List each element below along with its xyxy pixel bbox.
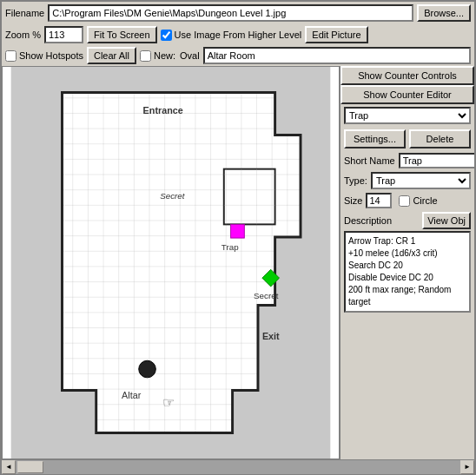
clear-all-button[interactable]: Clear All bbox=[87, 47, 136, 64]
scroll-track[interactable] bbox=[16, 460, 460, 474]
use-image-checkbox[interactable] bbox=[161, 30, 172, 41]
main-window: Filename Browse... Zoom % Fit To Screen … bbox=[0, 0, 476, 475]
scroll-thumb[interactable] bbox=[17, 461, 43, 473]
right-arrow-icon: ► bbox=[464, 463, 471, 471]
edit-picture-button[interactable]: Edit Picture bbox=[305, 26, 367, 43]
zoom-row: Zoom % Fit To Screen Use Image From High… bbox=[2, 24, 474, 45]
view-obj-button[interactable]: View Obj bbox=[422, 212, 471, 229]
oval-label: Oval bbox=[180, 50, 200, 61]
settings-delete-row: Settings... Delete bbox=[340, 127, 474, 151]
new-oval-label[interactable]: New: Oval bbox=[140, 50, 200, 62]
description-label: Description bbox=[344, 215, 392, 226]
filename-input[interactable] bbox=[48, 4, 413, 22]
size-input[interactable] bbox=[366, 193, 392, 208]
use-image-label[interactable]: Use Image From Higher Level bbox=[161, 30, 302, 41]
short-name-row: Short Name bbox=[340, 151, 474, 170]
show-counter-editor-button[interactable]: Show Counter Editor bbox=[340, 85, 474, 104]
scroll-right-button[interactable]: ► bbox=[460, 460, 474, 474]
right-panel: Show Counter Controls Show Counter Edito… bbox=[340, 66, 474, 459]
controls-row: Show Hotspots Clear All New: Oval bbox=[2, 45, 474, 66]
description-text: Arrow Trap: CR 1 +10 melee (1d6/x3 crit)… bbox=[344, 231, 471, 313]
show-counter-controls-button[interactable]: Show Counter Controls bbox=[340, 66, 474, 85]
map-svg: Entrance Secret Trap Secret Exit bbox=[3, 67, 339, 459]
type-label: Type: bbox=[344, 175, 367, 186]
svg-text:Altar: Altar bbox=[122, 390, 142, 400]
type-dropdown[interactable]: Trap bbox=[371, 172, 471, 189]
entrance-text: Entrance bbox=[143, 105, 183, 115]
short-name-input[interactable] bbox=[399, 153, 474, 168]
settings-button[interactable]: Settings... bbox=[344, 129, 406, 148]
room-name-input[interactable] bbox=[203, 47, 471, 64]
svg-text:Exit: Exit bbox=[262, 331, 280, 341]
circle-checkbox[interactable] bbox=[399, 195, 410, 207]
svg-text:Secret: Secret bbox=[254, 291, 279, 300]
filename-label: Filename bbox=[5, 8, 44, 18]
fit-to-screen-button[interactable]: Fit To Screen bbox=[87, 26, 157, 43]
zoom-input[interactable] bbox=[44, 26, 83, 43]
left-arrow-icon: ◄ bbox=[5, 463, 12, 471]
scroll-left-button[interactable]: ◄ bbox=[2, 460, 16, 474]
filename-row: Filename Browse... bbox=[2, 2, 474, 24]
svg-text:☞: ☞ bbox=[162, 395, 175, 410]
show-hotspots-checkbox[interactable] bbox=[5, 50, 17, 62]
bottom-scrollbar: ◄ ► bbox=[2, 459, 474, 473]
type-row: Type: Trap bbox=[340, 170, 474, 191]
zoom-label: Zoom % bbox=[5, 30, 41, 40]
svg-rect-7 bbox=[231, 224, 245, 238]
circle-label[interactable]: Circle bbox=[399, 195, 437, 207]
short-name-label: Short Name bbox=[344, 155, 395, 166]
browse-button[interactable]: Browse... bbox=[417, 4, 471, 22]
description-header-row: Description View Obj bbox=[340, 210, 474, 231]
svg-point-11 bbox=[139, 360, 156, 378]
size-label: Size bbox=[344, 195, 362, 206]
svg-rect-5 bbox=[224, 169, 275, 225]
show-hotspots-label[interactable]: Show Hotspots bbox=[5, 50, 83, 62]
svg-text:Trap: Trap bbox=[221, 242, 239, 252]
map-canvas[interactable]: Entrance Secret Trap Secret Exit bbox=[2, 66, 340, 459]
delete-button[interactable]: Delete bbox=[409, 129, 471, 148]
new-label: New: bbox=[154, 50, 175, 61]
main-area: Entrance Secret Trap Secret Exit bbox=[2, 66, 474, 459]
trap-dropdown[interactable]: Trap bbox=[344, 107, 471, 124]
size-row: Size Circle bbox=[340, 191, 474, 210]
trap-dropdown-row: Trap bbox=[340, 104, 474, 127]
svg-text:Secret: Secret bbox=[160, 191, 186, 201]
new-oval-checkbox[interactable] bbox=[140, 50, 151, 62]
